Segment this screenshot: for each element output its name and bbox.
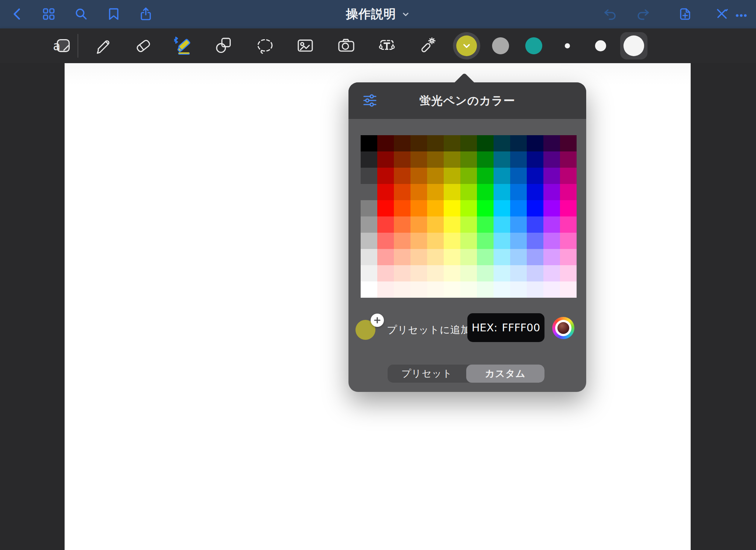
color-swatch-cell[interactable]	[510, 135, 527, 151]
redo-button[interactable]	[636, 7, 650, 21]
color-swatch-cell[interactable]	[361, 265, 377, 281]
color-swatch-cell[interactable]	[460, 200, 477, 216]
color-swatch-cell[interactable]	[560, 265, 577, 281]
color-swatch-cell[interactable]	[527, 168, 543, 184]
color-swatch-yellow[interactable]	[453, 32, 480, 59]
add-page-button[interactable]	[678, 7, 693, 21]
color-swatch-teal[interactable]	[525, 37, 542, 54]
color-swatch-cell[interactable]	[527, 265, 543, 281]
color-swatch-cell[interactable]	[410, 184, 427, 200]
color-swatch-cell[interactable]	[560, 216, 577, 233]
color-swatch-cell[interactable]	[460, 184, 477, 200]
color-swatch-cell[interactable]	[510, 184, 527, 200]
color-swatch-cell[interactable]	[410, 151, 427, 168]
camera-tool[interactable]	[336, 35, 357, 56]
color-swatch-cell[interactable]	[427, 200, 444, 216]
color-swatch-cell[interactable]	[427, 233, 444, 249]
color-swatch-cell[interactable]	[510, 168, 527, 184]
color-swatch-cell[interactable]	[377, 265, 394, 281]
color-swatch-cell[interactable]	[361, 151, 377, 168]
color-swatch-cell[interactable]	[444, 249, 460, 265]
color-swatch-cell[interactable]	[494, 233, 510, 249]
color-swatch-cell[interactable]	[527, 184, 543, 200]
color-swatch-cell[interactable]	[543, 233, 560, 249]
color-swatch-cell[interactable]	[560, 249, 577, 265]
color-swatch-cell[interactable]	[460, 168, 477, 184]
color-swatch-cell[interactable]	[394, 233, 410, 249]
color-swatch-cell[interactable]	[410, 233, 427, 249]
color-swatch-cell[interactable]	[444, 184, 460, 200]
color-swatch-cell[interactable]	[444, 281, 460, 298]
color-swatch-cell[interactable]	[427, 216, 444, 233]
color-swatch-cell[interactable]	[361, 281, 377, 298]
pen-tool[interactable]	[92, 35, 113, 56]
color-swatch-cell[interactable]	[494, 265, 510, 281]
color-swatch-cell[interactable]	[527, 135, 543, 151]
color-swatch-cell[interactable]	[460, 135, 477, 151]
lasso-tool[interactable]	[255, 35, 275, 56]
tab-preset[interactable]: プリセット	[388, 365, 466, 383]
hex-input[interactable]: HEX: FFFF00	[467, 313, 544, 342]
color-swatch-cell[interactable]	[477, 265, 494, 281]
color-swatch-cell[interactable]	[410, 265, 427, 281]
color-swatch-cell[interactable]	[477, 135, 494, 151]
color-swatch-cell[interactable]	[444, 168, 460, 184]
color-swatch-cell[interactable]	[560, 200, 577, 216]
color-swatch-cell[interactable]	[394, 151, 410, 168]
color-swatch-cell[interactable]	[510, 216, 527, 233]
shapes-tool[interactable]	[214, 35, 234, 56]
color-swatch-cell[interactable]	[427, 184, 444, 200]
color-swatch-cell[interactable]	[394, 168, 410, 184]
color-swatch-cell[interactable]	[377, 233, 394, 249]
color-swatch-cell[interactable]	[477, 168, 494, 184]
color-swatch-cell[interactable]	[427, 281, 444, 298]
color-wheel-button[interactable]	[552, 317, 574, 339]
color-swatch-cell[interactable]	[494, 200, 510, 216]
color-swatch-cell[interactable]	[444, 200, 460, 216]
color-swatch-cell[interactable]	[494, 249, 510, 265]
color-swatch-cell[interactable]	[560, 151, 577, 168]
color-swatch-cell[interactable]	[510, 249, 527, 265]
highlighter-tool[interactable]	[173, 35, 193, 56]
color-swatch-cell[interactable]	[494, 135, 510, 151]
color-swatch-cell[interactable]	[494, 151, 510, 168]
color-swatch-cell[interactable]	[477, 200, 494, 216]
color-swatch-cell[interactable]	[543, 168, 560, 184]
color-swatch-cell[interactable]	[444, 233, 460, 249]
color-swatch-cell[interactable]	[377, 249, 394, 265]
color-swatch-cell[interactable]	[460, 151, 477, 168]
color-swatch-cell[interactable]	[560, 281, 577, 298]
color-swatch-cell[interactable]	[394, 135, 410, 151]
add-preset-button[interactable]	[371, 314, 384, 327]
color-swatch-cell[interactable]	[494, 281, 510, 298]
color-swatch-cell[interactable]	[510, 233, 527, 249]
color-swatch-cell[interactable]	[543, 135, 560, 151]
color-swatch-cell[interactable]	[427, 151, 444, 168]
stroke-size-large[interactable]	[620, 32, 647, 59]
color-swatch-cell[interactable]	[361, 233, 377, 249]
color-swatch-cell[interactable]	[377, 151, 394, 168]
color-swatch-cell[interactable]	[527, 249, 543, 265]
color-swatch-cell[interactable]	[510, 151, 527, 168]
add-preset-label[interactable]: プリセットに追加	[387, 320, 471, 340]
color-swatch-cell[interactable]	[361, 184, 377, 200]
color-swatch-cell[interactable]	[543, 200, 560, 216]
readonly-pen-toggle[interactable]	[715, 7, 729, 21]
stroke-size-medium[interactable]	[595, 40, 606, 51]
color-swatch-cell[interactable]	[510, 200, 527, 216]
eraser-tool[interactable]	[133, 35, 154, 56]
color-swatch-cell[interactable]	[510, 281, 527, 298]
color-swatch-cell[interactable]	[361, 135, 377, 151]
color-swatch-cell[interactable]	[543, 281, 560, 298]
color-swatch-cell[interactable]	[377, 281, 394, 298]
color-swatch-cell[interactable]	[460, 281, 477, 298]
color-swatch-cell[interactable]	[361, 168, 377, 184]
color-swatch-cell[interactable]	[510, 265, 527, 281]
color-swatch-cell[interactable]	[527, 216, 543, 233]
color-swatch-cell[interactable]	[494, 184, 510, 200]
color-swatch-cell[interactable]	[377, 168, 394, 184]
color-swatch-cell[interactable]	[543, 216, 560, 233]
color-swatch-cell[interactable]	[410, 168, 427, 184]
color-swatch-cell[interactable]	[477, 281, 494, 298]
color-swatch-cell[interactable]	[477, 233, 494, 249]
